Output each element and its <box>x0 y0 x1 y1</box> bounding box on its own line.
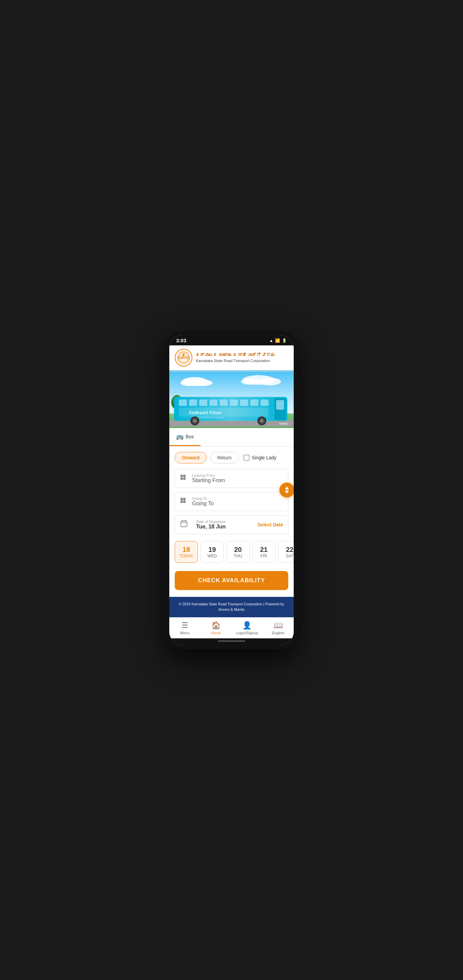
svg-rect-30 <box>260 399 268 406</box>
date-day-0: TODAY <box>178 554 195 558</box>
svg-rect-27 <box>230 399 238 406</box>
nav-item-english[interactable]: 📖 English <box>263 617 294 638</box>
home-nav-icon: 🏠 <box>211 621 220 630</box>
status-time: 3:03 <box>176 337 186 343</box>
app-header: KSRTC ಕರ್ನಾಟಕ ರಾಜ್ಯ ರಸ್ತೆ ಸಾರಿಗೆ ನಿಗಮ Ka… <box>169 345 294 370</box>
date-pill-0[interactable]: 18 TODAY <box>175 541 198 563</box>
battery-icon: 🔋 <box>282 338 287 343</box>
to-label: Going To <box>192 496 214 501</box>
to-value: Going To <box>192 501 214 507</box>
from-icon <box>180 473 188 484</box>
to-content: Going To Going To <box>192 496 214 507</box>
date-pill-3[interactable]: 21 FRI <box>252 541 275 563</box>
date-number-0: 18 <box>178 546 195 554</box>
date-number-3: 21 <box>255 546 272 554</box>
nav-item-login[interactable]: 👤 Login/Signup <box>232 617 263 638</box>
bus-banner: Ambaari Utsav Celebration of Journey KSR… <box>169 370 294 428</box>
svg-point-11 <box>241 379 260 385</box>
nav-item-home[interactable]: 🏠 Home <box>201 617 232 638</box>
logo-kannada: ಕರ್ನಾಟಕ ರಾಜ್ಯ ರಸ್ತೆ ಸಾರಿಗೆ ನಿಗಮ <box>196 353 275 358</box>
bottom-nav: ☰ Menu 🏠 Home 👤 Login/Signup 📖 English <box>169 617 294 638</box>
svg-rect-43 <box>181 477 183 480</box>
journey-types: Onward Return Single Lady <box>169 447 294 466</box>
select-date-link[interactable]: Select Date <box>258 522 283 527</box>
return-button[interactable]: Return <box>210 452 239 463</box>
date-pill-1[interactable]: 19 WED <box>201 541 224 563</box>
signal-icon: 📶 <box>275 338 280 343</box>
departure-left: Date of Departure Tue, 18 Jun <box>180 520 226 530</box>
from-label: Leaving From <box>192 473 225 477</box>
english-nav-icon: 📖 <box>274 621 283 630</box>
svg-text:Celebration of Journey: Celebration of Journey <box>198 416 224 419</box>
tab-bar: 🚌 Bus <box>169 428 294 447</box>
logo-icon: KSRTC <box>175 349 192 366</box>
home-nav-label: Home <box>211 631 221 635</box>
single-lady-option: Single Lady <box>243 455 276 461</box>
menu-nav-icon: ☰ <box>182 621 188 630</box>
bus-tab-icon: 🚌 <box>176 433 184 440</box>
to-icon <box>180 496 188 507</box>
check-availability-button[interactable]: CHECK AVAILABILITY <box>175 571 288 590</box>
footer-copyright: © 2024 Karnataka State Road Transport Co… <box>169 597 294 617</box>
date-day-2: THU <box>230 554 246 558</box>
svg-rect-28 <box>240 399 248 406</box>
menu-nav-label: Menu <box>180 631 190 635</box>
svg-text:Ambaari Utsav: Ambaari Utsav <box>188 410 222 415</box>
home-bar <box>218 640 245 642</box>
login-nav-icon: 👤 <box>243 621 252 630</box>
date-day-3: FRI <box>255 554 272 558</box>
svg-point-39 <box>260 420 263 422</box>
logo-english: Karnataka State Road Transport Corporati… <box>196 358 275 363</box>
date-pill-2[interactable]: 20 THU <box>227 541 249 563</box>
svg-rect-24 <box>199 399 207 406</box>
cta-section: CHECK AVAILABILITY <box>169 568 294 597</box>
copyright-text: © 2024 Karnataka State Road Transport Co… <box>179 602 284 611</box>
date-selector: 18 TODAY 19 WED 20 THU 21 FRI 22 SAT <box>169 541 294 568</box>
date-day-1: WED <box>204 554 220 558</box>
svg-point-12 <box>259 378 281 385</box>
svg-rect-48 <box>183 501 186 503</box>
svg-rect-49 <box>181 521 187 527</box>
svg-rect-41 <box>181 475 183 477</box>
english-nav-label: English <box>272 631 284 635</box>
svg-rect-44 <box>183 477 186 480</box>
svg-rect-21 <box>276 400 284 410</box>
tab-bus-label: Bus <box>186 434 194 439</box>
departure-content: Date of Departure Tue, 18 Jun <box>196 520 226 530</box>
swap-button[interactable] <box>279 482 294 498</box>
single-lady-label: Single Lady <box>252 455 276 460</box>
date-number-4: 22 <box>281 546 294 554</box>
svg-point-36 <box>193 420 196 422</box>
svg-rect-6 <box>169 420 294 426</box>
single-lady-checkbox[interactable] <box>243 455 249 461</box>
logo-text: ಕರ್ನಾಟಕ ರಾಜ್ಯ ರಸ್ತೆ ಸಾರಿಗೆ ನಿಗಮ Karnatak… <box>196 353 275 363</box>
svg-rect-25 <box>209 399 217 406</box>
going-to-field[interactable]: Going To Going To <box>175 492 288 511</box>
svg-rect-29 <box>250 399 258 406</box>
main-content: 🚌 Bus Onward Return Single Lady <box>169 428 294 597</box>
svg-point-9 <box>193 380 212 386</box>
from-value: Starting From <box>192 477 225 484</box>
tab-bus[interactable]: 🚌 Bus <box>169 428 201 446</box>
date-pill-4[interactable]: 22 SAT <box>278 541 294 563</box>
status-icons: ▲ 📶 🔋 <box>269 338 287 343</box>
calendar-icon <box>180 520 188 530</box>
form-section: Leaving From Starting From <box>169 466 294 541</box>
onward-button[interactable]: Onward <box>175 452 207 463</box>
nav-item-menu[interactable]: ☰ Menu <box>169 617 201 638</box>
from-content: Leaving From Starting From <box>192 473 225 484</box>
departure-field[interactable]: Date of Departure Tue, 18 Jun Select Dat… <box>175 515 288 534</box>
svg-rect-26 <box>220 399 227 406</box>
wifi-icon: ▲ <box>269 338 273 343</box>
booking-card: 🚌 Bus Onward Return Single Lady <box>169 428 294 597</box>
svg-rect-47 <box>181 501 183 503</box>
date-number-1: 19 <box>204 546 220 554</box>
svg-rect-23 <box>189 399 197 406</box>
date-day-4: SAT <box>281 554 294 558</box>
svg-rect-46 <box>183 498 186 500</box>
date-number-2: 20 <box>230 546 246 554</box>
svg-text:KSRTC: KSRTC <box>279 422 288 425</box>
svg-point-3 <box>182 354 185 356</box>
leaving-from-field[interactable]: Leaving From Starting From <box>175 469 288 488</box>
home-indicator <box>169 638 294 645</box>
